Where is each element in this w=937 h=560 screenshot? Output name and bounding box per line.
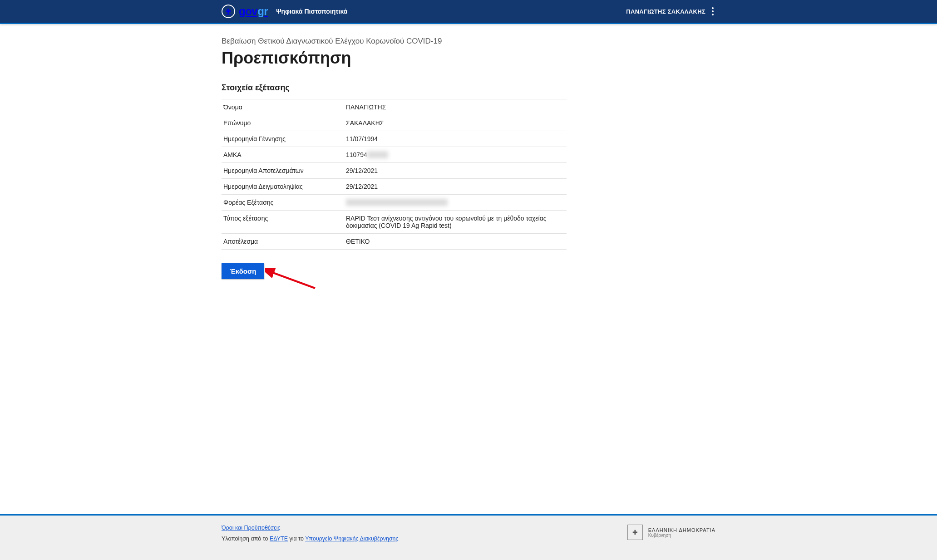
table-row: Φορέας ΕξέτασηςXXXXXXXXXXXXXXXXXXXXXXXX — [222, 195, 567, 211]
field-label: Ημερομηνία Γέννησης — [222, 131, 344, 147]
field-value: 29/12/2021 — [344, 163, 567, 179]
field-value: 29/12/2021 — [344, 179, 567, 195]
field-label: Ημερομηνία Δειγματοληψίας — [222, 179, 344, 195]
implementation-credit: Υλοποίηση από το ΕΔΥΤΕ για το Υπουργείο … — [222, 535, 399, 542]
issue-button[interactable]: Έκδοση — [222, 263, 264, 279]
brand-area: ✚ govgr Ψηφιακά Πιστοποιητικά — [222, 5, 347, 18]
field-label: Αποτέλεσμα — [222, 234, 344, 250]
field-value: XXXXXXXXXXXXXXXXXXXXXXXX — [344, 195, 567, 211]
republic-badge: ✚ ΕΛΛΗΝΙΚΗ ΔΗΜΟΚΡΑΤΙΑ Κυβέρνηση — [627, 525, 715, 540]
logo-text: govgr — [239, 5, 268, 18]
service-name: Βεβαίωση Θετικού Διαγνωστικού Ελέγχου Κο… — [222, 37, 715, 46]
national-emblem-icon: ✚ — [222, 5, 235, 18]
examination-details-table: ΌνομαΠΑΝΑΓΙΩΤΗΣΕπώνυμοΣΑΚΑΛΑΚΗΣΗμερομηνί… — [222, 99, 567, 250]
annotation-arrow-icon — [265, 266, 320, 294]
main-content: Βεβαίωση Θετικού Διαγνωστικού Ελέγχου Κο… — [214, 24, 723, 514]
field-value: ΠΑΝΑΓΙΩΤΗΣ — [344, 99, 567, 115]
table-row: ΑΜΚΑ110794XXXXX — [222, 147, 567, 163]
field-value: 11/07/1994 — [344, 131, 567, 147]
field-label: Επώνυμο — [222, 115, 344, 131]
field-label: Όνομα — [222, 99, 344, 115]
field-label: Φορέας Εξέτασης — [222, 195, 344, 211]
svg-line-0 — [271, 272, 315, 288]
field-label: ΑΜΚΑ — [222, 147, 344, 163]
table-row: Ημερομηνία Δειγματοληψίας29/12/2021 — [222, 179, 567, 195]
site-footer: Όροι και Προϋποθέσεις Υλοποίηση από το Ε… — [0, 514, 937, 560]
kebab-menu-icon[interactable] — [710, 5, 715, 17]
field-label: Τύπος εξέτασης — [222, 211, 344, 234]
edyte-link[interactable]: ΕΔΥΤΕ — [270, 535, 288, 542]
site-subtitle: Ψηφιακά Πιστοποιητικά — [276, 8, 347, 15]
field-value: ΣΑΚΑΛΑΚΗΣ — [344, 115, 567, 131]
field-value: RAPID Τεστ ανίχνευσης αντιγόνου του κορω… — [344, 211, 567, 234]
redacted-text: XXXXX — [367, 151, 389, 158]
terms-link[interactable]: Όροι και Προϋποθέσεις — [222, 525, 281, 531]
govgr-logo[interactable]: ✚ govgr — [222, 5, 268, 18]
site-header: ✚ govgr Ψηφιακά Πιστοποιητικά ΠΑΝΑΓΙΩΤΗΣ… — [0, 0, 937, 24]
ministry-link[interactable]: Υπουργείο Ψηφιακής Διακυβέρνησης — [305, 535, 398, 542]
table-row: ΕπώνυμοΣΑΚΑΛΑΚΗΣ — [222, 115, 567, 131]
table-row: Τύπος εξέτασηςRAPID Τεστ ανίχνευσης αντι… — [222, 211, 567, 234]
table-row: ΑποτέλεσμαΘΕΤΙΚΟ — [222, 234, 567, 250]
table-row: ΌνομαΠΑΝΑΓΙΩΤΗΣ — [222, 99, 567, 115]
table-row: Ημερομηνία Αποτελεσμάτων29/12/2021 — [222, 163, 567, 179]
table-row: Ημερομηνία Γέννησης11/07/1994 — [222, 131, 567, 147]
republic-emblem-icon: ✚ — [627, 525, 643, 540]
field-value: ΘΕΤΙΚΟ — [344, 234, 567, 250]
field-label: Ημερομηνία Αποτελεσμάτων — [222, 163, 344, 179]
redacted-text: XXXXXXXXXXXXXXXXXXXXXXXX — [346, 199, 448, 206]
user-name: ΠΑΝΑΓΙΩΤΗΣ ΣΑΚΑΛΑΚΗΣ — [626, 8, 705, 15]
section-title: Στοιχεία εξέτασης — [222, 83, 715, 93]
page-title: Προεπισκόπηση — [222, 49, 715, 68]
field-value: 110794XXXXX — [344, 147, 567, 163]
user-menu[interactable]: ΠΑΝΑΓΙΩΤΗΣ ΣΑΚΑΛΑΚΗΣ — [626, 5, 715, 17]
